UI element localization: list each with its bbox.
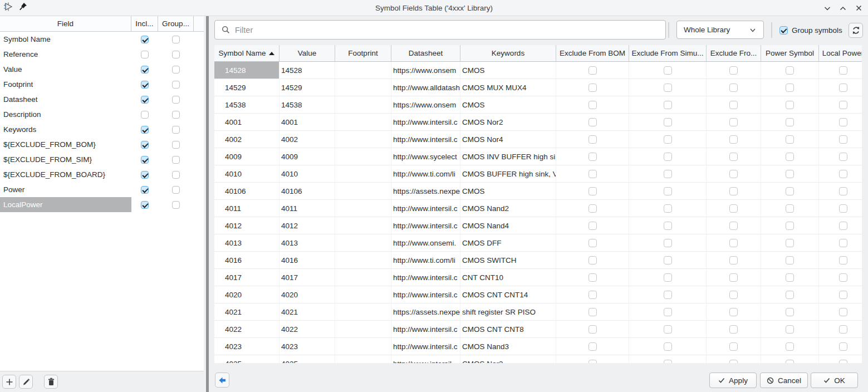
cell-datasheet[interactable]: http://www.intersil bbox=[391, 355, 460, 363]
exclude-from-bom-checkbox[interactable] bbox=[589, 153, 597, 161]
field-label[interactable]: Footprint bbox=[0, 77, 131, 92]
power-symbol-checkbox[interactable] bbox=[786, 187, 794, 195]
cell-footprint[interactable] bbox=[335, 321, 391, 338]
cell-keywords[interactable]: CMOS bbox=[460, 96, 556, 114]
cell-datasheet[interactable]: http://www.ti.com/li bbox=[391, 252, 460, 269]
exclude-from-bom-checkbox[interactable] bbox=[589, 325, 597, 334]
local-power-checkbox[interactable] bbox=[839, 239, 847, 247]
cell-footprint[interactable] bbox=[335, 62, 391, 79]
cell-keywords[interactable]: CMOS BUFFER high sink, VC bbox=[460, 165, 556, 183]
exclude-from-bom-checkbox[interactable] bbox=[589, 222, 597, 230]
edit-field-button[interactable] bbox=[19, 375, 33, 389]
exclude-from-board-checkbox[interactable] bbox=[729, 66, 738, 75]
exclude-from-board-checkbox[interactable] bbox=[729, 291, 738, 299]
symbol-row[interactable]: 1452914529http://www.alldatashCMOS MUX M… bbox=[214, 79, 862, 96]
refresh-button[interactable] bbox=[849, 23, 863, 38]
cell-footprint[interactable] bbox=[335, 303, 391, 321]
cell-value[interactable]: 4001 bbox=[279, 114, 335, 131]
exclude-from-board-checkbox[interactable] bbox=[729, 204, 738, 213]
cell-footprint[interactable] bbox=[335, 165, 391, 183]
power-symbol-checkbox[interactable] bbox=[786, 153, 794, 161]
exclude-from-bom-checkbox[interactable] bbox=[589, 101, 597, 109]
symbol-row[interactable]: 40094009http://www.sycelectCMOS INV BUFF… bbox=[214, 148, 862, 165]
exclude-from-sim-checkbox[interactable] bbox=[664, 256, 672, 264]
cell-value[interactable]: 4010 bbox=[279, 165, 335, 183]
cell-keywords[interactable]: CMOS Nand4 bbox=[460, 217, 556, 234]
cell-keywords[interactable]: CMOS SWITCH bbox=[460, 252, 556, 269]
power-symbol-checkbox[interactable] bbox=[786, 308, 794, 316]
cell-datasheet[interactable]: https://www.onsem bbox=[391, 96, 460, 114]
symbol-row[interactable]: 40164016http://www.ti.com/liCMOS SWITCH bbox=[214, 252, 862, 269]
delete-field-button[interactable] bbox=[44, 375, 58, 389]
cell-datasheet[interactable]: http://www.onsemi. bbox=[391, 234, 460, 252]
field-row[interactable]: Symbol Name bbox=[0, 32, 204, 47]
cell-symbol-name[interactable]: 4021 bbox=[214, 303, 279, 321]
cell-footprint[interactable] bbox=[335, 148, 391, 165]
power-symbol-checkbox[interactable] bbox=[786, 135, 794, 144]
field-label[interactable]: ${EXCLUDE_FROM_BOM} bbox=[0, 137, 131, 152]
cell-symbol-name[interactable]: 4001 bbox=[214, 114, 279, 131]
symbol-row[interactable]: 40204020http://www.intersil.cCMOS CNT CN… bbox=[214, 286, 862, 303]
cell-datasheet[interactable]: http://www.ti.com/li bbox=[391, 165, 460, 183]
cell-datasheet[interactable]: http://www.intersil.c bbox=[391, 269, 460, 286]
exclude-from-sim-checkbox[interactable] bbox=[664, 291, 672, 299]
cell-keywords[interactable]: CMOS Nor4 bbox=[460, 131, 556, 148]
exclude-from-board-checkbox[interactable] bbox=[729, 273, 738, 282]
cell-footprint[interactable] bbox=[335, 183, 391, 200]
cell-datasheet[interactable]: http://www.intersil.c bbox=[391, 217, 460, 234]
power-symbol-checkbox[interactable] bbox=[786, 291, 794, 299]
power-symbol-checkbox[interactable] bbox=[786, 325, 794, 334]
symbol-row[interactable]: 40214021https://assets.nexpeshift regist… bbox=[214, 303, 862, 321]
column-header-symbol-name[interactable]: Symbol Name bbox=[214, 45, 279, 62]
add-field-button[interactable] bbox=[2, 375, 16, 389]
local-power-checkbox[interactable] bbox=[839, 66, 847, 75]
symbol-row[interactable]: 40254025http://www.intersilCMOS Nor3 bbox=[214, 355, 862, 363]
cell-value[interactable]: 4017 bbox=[279, 269, 335, 286]
exclude-from-bom-checkbox[interactable] bbox=[589, 360, 597, 364]
scope-dropdown[interactable]: Whole Library bbox=[676, 21, 764, 39]
cell-keywords[interactable]: CMOS DFF bbox=[460, 234, 556, 252]
column-header-exclude-from-bom[interactable]: Exclude From BOM bbox=[556, 45, 629, 62]
symbol-row[interactable]: 40014001http://www.intersil.cCMOS Nor2 bbox=[214, 114, 862, 131]
symbol-row[interactable]: 40024002http://www.intersil.cCMOS Nor4 bbox=[214, 131, 862, 148]
column-header-exclude-fro[interactable]: Exclude Fro... bbox=[707, 45, 761, 62]
power-symbol-checkbox[interactable] bbox=[786, 204, 794, 213]
exclude-from-sim-checkbox[interactable] bbox=[664, 239, 672, 247]
cell-keywords[interactable]: shift register SR PISO bbox=[460, 303, 556, 321]
fields-column-header-include[interactable]: Incl... bbox=[131, 16, 158, 31]
cell-value[interactable]: 4025 bbox=[279, 355, 335, 363]
cell-keywords[interactable]: CMOS Nand3 bbox=[460, 338, 556, 355]
exclude-from-sim-checkbox[interactable] bbox=[664, 273, 672, 282]
local-power-checkbox[interactable] bbox=[839, 135, 847, 144]
field-include-checkbox[interactable] bbox=[141, 126, 149, 134]
cell-keywords[interactable]: CMOS Nor2 bbox=[460, 114, 556, 131]
cell-symbol-name[interactable]: 4013 bbox=[214, 234, 279, 252]
cell-symbol-name[interactable]: 14528 bbox=[214, 62, 279, 79]
power-symbol-checkbox[interactable] bbox=[786, 66, 794, 75]
cell-value[interactable]: 4011 bbox=[279, 200, 335, 217]
local-power-checkbox[interactable] bbox=[839, 273, 847, 282]
column-header-keywords[interactable]: Keywords bbox=[460, 45, 556, 62]
field-label[interactable]: LocalPower bbox=[0, 197, 131, 212]
cell-keywords[interactable]: CMOS CNT CNT8 bbox=[460, 321, 556, 338]
cell-value[interactable]: 14538 bbox=[279, 96, 335, 114]
apply-button[interactable]: Apply bbox=[709, 373, 757, 388]
cell-keywords[interactable]: CMOS INV BUFFER high sink bbox=[460, 148, 556, 165]
cell-symbol-name[interactable]: 14529 bbox=[214, 79, 279, 96]
field-include-checkbox[interactable] bbox=[141, 141, 149, 149]
cell-keywords[interactable]: CMOS Nand2 bbox=[460, 200, 556, 217]
local-power-checkbox[interactable] bbox=[839, 118, 847, 126]
exclude-from-sim-checkbox[interactable] bbox=[664, 342, 672, 351]
cell-symbol-name[interactable]: 4009 bbox=[214, 148, 279, 165]
local-power-checkbox[interactable] bbox=[839, 360, 847, 364]
field-row[interactable]: Description bbox=[0, 107, 204, 122]
cell-datasheet[interactable]: http://www.sycelect bbox=[391, 148, 460, 165]
symbol-row[interactable]: 40174017http://www.intersil.cCNT CNT10 bbox=[214, 269, 862, 286]
cell-footprint[interactable] bbox=[335, 114, 391, 131]
exclude-from-sim-checkbox[interactable] bbox=[664, 118, 672, 126]
cell-datasheet[interactable]: http://www.intersil.c bbox=[391, 286, 460, 303]
field-label[interactable]: Keywords bbox=[0, 122, 131, 137]
exclude-from-sim-checkbox[interactable] bbox=[664, 360, 672, 364]
exclude-from-board-checkbox[interactable] bbox=[729, 118, 738, 126]
exclude-from-bom-checkbox[interactable] bbox=[589, 308, 597, 316]
